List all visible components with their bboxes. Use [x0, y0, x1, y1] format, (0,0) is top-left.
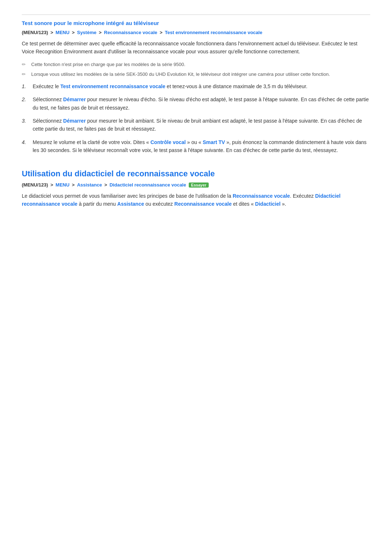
breadcrumb-item-systeme: Système	[77, 30, 96, 35]
step-3: 3. Sélectionnez Démarrer pour mesurer le…	[22, 117, 370, 133]
step-1-text-after: et tenez-vous à une distance maximale de…	[165, 83, 307, 89]
section-1-body: Ce test permet de déterminer avec quelle…	[22, 40, 370, 56]
section-2-body: Le didacticiel vous permet de vous famil…	[22, 192, 370, 208]
body-link-didacticiel-2: Didacticiel	[255, 201, 281, 207]
body-text-1: Le didacticiel vous permet de vous famil…	[22, 193, 233, 199]
section-1-title: Test sonore pour le microphone intégré a…	[22, 15, 370, 26]
body-text-2: . Exécutez	[290, 193, 315, 199]
section-2: Utilisation du didacticiel de reconnaiss…	[22, 169, 370, 208]
section-2-breadcrumb-item-didacticiel: Didacticiel reconnaissance vocale	[110, 182, 186, 188]
step-3-num: 3.	[22, 117, 26, 125]
step-3-link: Démarrer	[63, 118, 86, 124]
step-1-link: Test environnement reconnaissance vocale	[60, 83, 165, 89]
steps-list: 1. Exécutez le Test environnement reconn…	[22, 82, 370, 155]
section-2-breadcrumb-item-menu: MENU	[56, 182, 69, 188]
essayer-badge: Essayer	[189, 182, 208, 188]
note-item-1: Cette fonction n'est prise en charge que…	[22, 61, 370, 68]
step-2-link: Démarrer	[63, 97, 86, 102]
body-text-4: ou exécutez	[144, 201, 174, 207]
step-4-link2: Smart TV	[203, 139, 225, 145]
breadcrumb-item-reconnaissance: Reconnaissance vocale	[104, 30, 158, 35]
step-4: 4. Mesurez le volume et la clarté de vot…	[22, 138, 370, 155]
breadcrumb-item-test: Test environnement reconnaissance vocale	[165, 30, 262, 35]
body-text-3: à partir du menu	[77, 201, 117, 207]
step-3-text-before: Sélectionnez	[33, 118, 63, 124]
step-4-text-before: Mesurez le volume et la clarté de votre …	[33, 139, 150, 145]
step-1: 1. Exécutez le Test environnement reconn…	[22, 82, 370, 90]
section-1-breadcrumb: (MENU/123) > MENU > Système > Reconnaiss…	[22, 30, 370, 35]
body-link-reconnaissance-2: Reconnaissance vocale	[174, 201, 232, 207]
note-item-2: Lorsque vous utilisez les modèles de la …	[22, 71, 370, 78]
section-1: Test sonore pour le microphone intégré a…	[22, 15, 370, 155]
step-4-link1: Contrôle vocal	[150, 139, 185, 145]
step-1-text-before: Exécutez le	[33, 83, 60, 89]
step-4-num: 4.	[22, 138, 26, 146]
step-2: 2. Sélectionnez Démarrer pour mesurer le…	[22, 95, 370, 112]
breadcrumb-item-menu: MENU	[56, 30, 69, 35]
section-2-title: Utilisation du didacticiel de reconnaiss…	[22, 169, 370, 178]
breadcrumb-prefix: (MENU/123)	[22, 30, 48, 35]
body-link-reconnaissance: Reconnaissance vocale	[233, 193, 290, 199]
step-1-num: 1.	[22, 82, 26, 90]
note-list: Cette fonction n'est prise en charge que…	[22, 61, 370, 78]
body-text-6: ».	[281, 201, 286, 207]
section-2-breadcrumb: (MENU/123) > MENU > Assistance > Didacti…	[22, 182, 370, 188]
step-4-text-mid: » ou «	[186, 139, 203, 145]
section-2-breadcrumb-prefix: (MENU/123)	[22, 182, 48, 188]
step-2-num: 2.	[22, 95, 26, 103]
body-text-5: et dites «	[232, 201, 255, 207]
body-link-assistance: Assistance	[117, 201, 144, 207]
section-2-breadcrumb-item-assistance: Assistance	[77, 182, 102, 188]
step-2-text-before: Sélectionnez	[33, 97, 63, 102]
